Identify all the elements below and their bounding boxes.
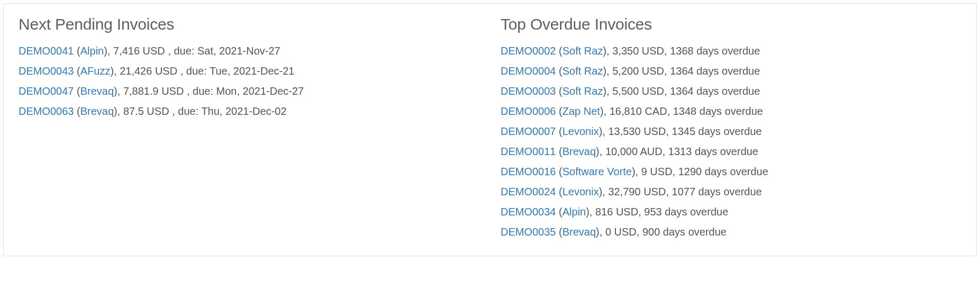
invoice-link[interactable]: DEMO0006: [501, 105, 556, 117]
pending-invoice-row: DEMO0063 (Brevaq), 87.5 USD , due: Thu, …: [19, 101, 479, 121]
client-link[interactable]: Soft Raz: [562, 45, 603, 57]
invoice-amount: 13,530 USD: [608, 125, 666, 137]
client-link[interactable]: Brevaq: [80, 85, 114, 97]
client-link[interactable]: Brevaq: [562, 146, 596, 157]
client-link[interactable]: Brevaq: [80, 105, 114, 117]
client-link[interactable]: Software Vorte: [562, 166, 632, 177]
invoice-amount: 10,000 AUD: [605, 146, 663, 157]
invoice-amount: 0 USD: [605, 226, 637, 238]
invoice-days-overdue: 900: [642, 226, 660, 238]
invoice-link[interactable]: DEMO0002: [501, 45, 556, 57]
invoices-panel: Next Pending Invoices DEMO0041 (Alpin), …: [3, 3, 977, 256]
invoice-link[interactable]: DEMO0043: [19, 65, 74, 77]
invoice-link[interactable]: DEMO0007: [501, 125, 556, 137]
invoice-link[interactable]: DEMO0016: [501, 166, 556, 177]
overdue-invoices-list: DEMO0002 (Soft Raz), 3,350 USD, 1368 day…: [501, 41, 961, 242]
overdue-invoice-row: DEMO0034 (Alpin), 816 USD, 953 days over…: [501, 202, 961, 222]
overdue-invoice-row: DEMO0035 (Brevaq), 0 USD, 900 days overd…: [501, 222, 961, 242]
overdue-invoice-row: DEMO0007 (Levonix), 13,530 USD, 1345 day…: [501, 121, 961, 141]
invoice-amount: 7,416 USD: [113, 45, 165, 57]
client-link[interactable]: Brevaq: [562, 226, 596, 238]
invoice-days-overdue: 1368: [670, 45, 694, 57]
invoice-amount: 16,810 CAD: [610, 105, 667, 117]
invoice-due-date: Thu, 2021-Dec-02: [201, 105, 286, 117]
overdue-invoice-row: DEMO0006 (Zap Net), 16,810 CAD, 1348 day…: [501, 101, 961, 121]
client-link[interactable]: AFuzz: [80, 65, 111, 77]
overdue-invoice-row: DEMO0024 (Levonix), 32,790 USD, 1077 day…: [501, 182, 961, 202]
client-link[interactable]: Soft Raz: [562, 65, 603, 77]
invoice-amount: 87.5 USD: [123, 105, 169, 117]
invoice-days-overdue: 1364: [670, 65, 694, 77]
pending-invoices-column: Next Pending Invoices DEMO0041 (Alpin), …: [19, 15, 479, 242]
overdue-invoice-row: DEMO0002 (Soft Raz), 3,350 USD, 1368 day…: [501, 41, 961, 61]
invoice-due-date: Mon, 2021-Dec-27: [216, 85, 304, 97]
invoice-link[interactable]: DEMO0011: [501, 146, 556, 157]
overdue-invoices-column: Top Overdue Invoices DEMO0002 (Soft Raz)…: [501, 15, 961, 242]
invoice-days-overdue: 1364: [670, 85, 694, 97]
client-link[interactable]: Levonix: [562, 186, 599, 197]
invoice-days-overdue: 953: [644, 206, 661, 218]
invoice-amount: 5,200 USD: [612, 65, 664, 77]
invoice-due-date: Tue, 2021-Dec-21: [210, 65, 294, 77]
pending-invoice-row: DEMO0047 (Brevaq), 7,881.9 USD , due: Mo…: [19, 81, 479, 101]
invoice-amount: 7,881.9 USD: [123, 85, 184, 97]
overdue-invoice-row: DEMO0003 (Soft Raz), 5,500 USD, 1364 day…: [501, 81, 961, 101]
client-link[interactable]: Levonix: [562, 125, 599, 137]
invoice-amount: 3,350 USD: [612, 45, 664, 57]
invoice-link[interactable]: DEMO0034: [501, 206, 556, 218]
invoice-due-date: Sat, 2021-Nov-27: [197, 45, 280, 57]
invoice-days-overdue: 1313: [668, 146, 692, 157]
overdue-invoice-row: DEMO0004 (Soft Raz), 5,200 USD, 1364 day…: [501, 61, 961, 81]
invoice-link[interactable]: DEMO0047: [19, 85, 74, 97]
overdue-invoices-heading: Top Overdue Invoices: [501, 15, 961, 33]
pending-invoices-list: DEMO0041 (Alpin), 7,416 USD , due: Sat, …: [19, 41, 479, 121]
invoice-days-overdue: 1290: [678, 166, 702, 177]
invoice-amount: 32,790 USD: [608, 186, 666, 197]
invoice-amount: 816 USD: [595, 206, 638, 218]
pending-invoice-row: DEMO0043 (AFuzz), 21,426 USD , due: Tue,…: [19, 61, 479, 81]
invoice-link[interactable]: DEMO0063: [19, 105, 74, 117]
overdue-invoice-row: DEMO0011 (Brevaq), 10,000 AUD, 1313 days…: [501, 141, 961, 161]
invoice-days-overdue: 1077: [672, 186, 696, 197]
invoice-link[interactable]: DEMO0024: [501, 186, 556, 197]
invoice-link[interactable]: DEMO0004: [501, 65, 556, 77]
pending-invoices-heading: Next Pending Invoices: [19, 15, 479, 33]
invoice-link[interactable]: DEMO0035: [501, 226, 556, 238]
invoice-days-overdue: 1345: [672, 125, 696, 137]
overdue-invoice-row: DEMO0016 (Software Vorte), 9 USD, 1290 d…: [501, 161, 961, 182]
pending-invoice-row: DEMO0041 (Alpin), 7,416 USD , due: Sat, …: [19, 41, 479, 61]
invoice-amount: 5,500 USD: [612, 85, 664, 97]
invoice-link[interactable]: DEMO0041: [19, 45, 74, 57]
client-link[interactable]: Alpin: [80, 45, 104, 57]
invoice-days-overdue: 1348: [673, 105, 697, 117]
client-link[interactable]: Soft Raz: [562, 85, 603, 97]
client-link[interactable]: Zap Net: [562, 105, 600, 117]
invoice-link[interactable]: DEMO0003: [501, 85, 556, 97]
invoice-amount: 9 USD: [641, 166, 673, 177]
client-link[interactable]: Alpin: [562, 206, 586, 218]
invoice-amount: 21,426 USD: [120, 65, 177, 77]
